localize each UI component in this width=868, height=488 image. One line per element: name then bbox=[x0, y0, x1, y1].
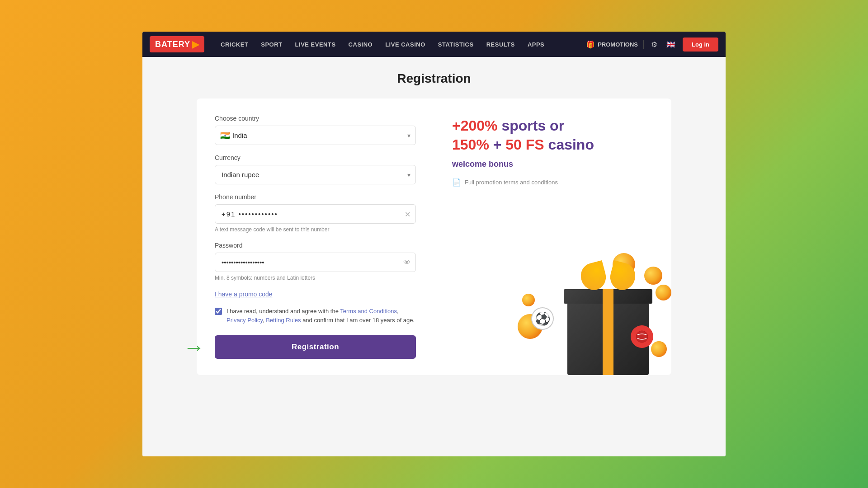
currency-field-group: Currency Indian rupee ▾ bbox=[215, 154, 416, 184]
ribbon-right bbox=[607, 260, 638, 293]
bonus-percent-text: +200% bbox=[452, 117, 498, 134]
nav-sport[interactable]: SPORT bbox=[255, 38, 288, 51]
country-field-group: Choose country 🇮🇳 India ▾ bbox=[215, 115, 416, 145]
promo-code-link[interactable]: I have a promo code bbox=[215, 291, 273, 298]
ribbon-left bbox=[578, 260, 609, 293]
cricket-ball-icon bbox=[631, 325, 653, 348]
login-button[interactable]: Log in bbox=[683, 38, 718, 52]
registration-card: Choose country 🇮🇳 India ▾ Currency I bbox=[197, 99, 671, 375]
welcome-bonus-text: welcome bonus bbox=[452, 160, 653, 169]
currency-label: Currency bbox=[215, 154, 416, 161]
page-title: Registration bbox=[397, 71, 471, 86]
country-flag-icon: 🇮🇳 bbox=[220, 131, 230, 141]
nav-links: CRICKET SPORT LIVE EVENTS CASINO LIVE CA… bbox=[215, 38, 586, 51]
bonus-casino-text: casino bbox=[544, 136, 594, 153]
coin-6 bbox=[522, 294, 535, 306]
country-label: Choose country bbox=[215, 115, 416, 122]
svg-point-0 bbox=[636, 331, 648, 343]
gift-illustration: ⚽ bbox=[513, 239, 671, 375]
password-hint: Min. 8 symbols: numbers and Latin letter… bbox=[215, 275, 416, 281]
form-side: Choose country 🇮🇳 India ▾ Currency I bbox=[197, 99, 434, 375]
terms-checkbox[interactable] bbox=[215, 308, 222, 315]
box-lid-stripe bbox=[603, 289, 613, 304]
password-field-group: Password 👁 Min. 8 symbols: numbers and L… bbox=[215, 242, 416, 281]
promotions-button[interactable]: 🎁 PROMOTIONS bbox=[586, 40, 638, 49]
nav-right: 🎁 PROMOTIONS ⚙ 🇬🇧 Log in bbox=[586, 38, 718, 52]
main-container: BATERY ▶ CRICKET SPORT LIVE EVENTS CASIN… bbox=[142, 32, 726, 456]
phone-label: Phone number bbox=[215, 193, 416, 201]
coin-3 bbox=[656, 285, 671, 300]
bonus-headline: +200% sports or 150% + 50 FS casino bbox=[452, 117, 653, 154]
terms-link[interactable]: Terms and Conditions bbox=[340, 308, 397, 314]
bonus-fs-text: 50 FS bbox=[505, 136, 544, 153]
terms-conditions-link[interactable]: Full promotion terms and conditions bbox=[465, 179, 558, 186]
nav-statistics[interactable]: STATISTICS bbox=[433, 38, 479, 51]
logo-arrow-icon: ▶ bbox=[192, 39, 199, 50]
phone-input-wrapper: ✕ bbox=[215, 204, 416, 224]
phone-input[interactable] bbox=[215, 204, 416, 224]
privacy-link[interactable]: Privacy Policy bbox=[226, 317, 263, 324]
document-icon: 📄 bbox=[452, 178, 461, 187]
clear-icon[interactable]: ✕ bbox=[405, 210, 410, 218]
nav-casino[interactable]: CASINO bbox=[343, 38, 378, 51]
register-btn-wrapper: → Registration bbox=[215, 335, 416, 359]
bonus-plus-text: + bbox=[489, 136, 505, 153]
password-input[interactable] bbox=[215, 253, 416, 272]
box-lid bbox=[564, 289, 652, 304]
nav-apps[interactable]: APPS bbox=[522, 38, 550, 51]
phone-field-group: Phone number ✕ A text message code will … bbox=[215, 193, 416, 233]
password-label: Password bbox=[215, 242, 416, 249]
country-select[interactable]: India bbox=[215, 126, 416, 145]
bonus-sports-text: sports or bbox=[498, 117, 565, 134]
box-ribbon bbox=[581, 254, 635, 290]
promo-side: +200% sports or 150% + 50 FS casino welc… bbox=[434, 99, 671, 375]
currency-select-wrapper: Indian rupee ▾ bbox=[215, 165, 416, 184]
nav-live-casino[interactable]: LIVE CASINO bbox=[380, 38, 431, 51]
bonus-150-text: 150% bbox=[452, 136, 489, 153]
nav-results[interactable]: RESULTS bbox=[481, 38, 520, 51]
arrow-indicator: → bbox=[183, 335, 205, 360]
phone-hint: A text message code will be sent to this… bbox=[215, 226, 416, 233]
nav-live-events[interactable]: LIVE EVENTS bbox=[290, 38, 341, 51]
betting-rules-link[interactable]: Betting Rules bbox=[266, 317, 301, 324]
logo[interactable]: BATERY ▶ bbox=[150, 36, 204, 52]
terms-checkbox-group: I have read, understand and agree with t… bbox=[215, 307, 416, 324]
settings-icon[interactable]: ⚙ bbox=[649, 38, 659, 51]
promo-terms-link[interactable]: 📄 Full promotion terms and conditions bbox=[452, 178, 653, 187]
page-content: Registration Choose country 🇮🇳 India ▾ bbox=[142, 57, 726, 456]
box-stripe-vertical bbox=[603, 303, 613, 375]
terms-label: I have read, understand and agree with t… bbox=[226, 307, 416, 324]
promotions-label: PROMOTIONS bbox=[598, 41, 638, 48]
currency-select[interactable]: Indian rupee bbox=[215, 165, 416, 184]
navbar: BATERY ▶ CRICKET SPORT LIVE EVENTS CASIN… bbox=[142, 32, 726, 57]
register-button[interactable]: Registration bbox=[215, 335, 416, 359]
divider bbox=[643, 40, 644, 49]
gift-icon: 🎁 bbox=[586, 40, 595, 49]
soccer-ball-icon: ⚽ bbox=[531, 307, 554, 330]
language-flag-icon[interactable]: 🇬🇧 bbox=[665, 38, 677, 51]
logo-text: BATERY bbox=[155, 40, 190, 49]
password-input-wrapper: 👁 bbox=[215, 253, 416, 272]
country-select-wrapper: 🇮🇳 India ▾ bbox=[215, 126, 416, 145]
eye-icon[interactable]: 👁 bbox=[403, 258, 410, 267]
nav-cricket[interactable]: CRICKET bbox=[215, 38, 254, 51]
